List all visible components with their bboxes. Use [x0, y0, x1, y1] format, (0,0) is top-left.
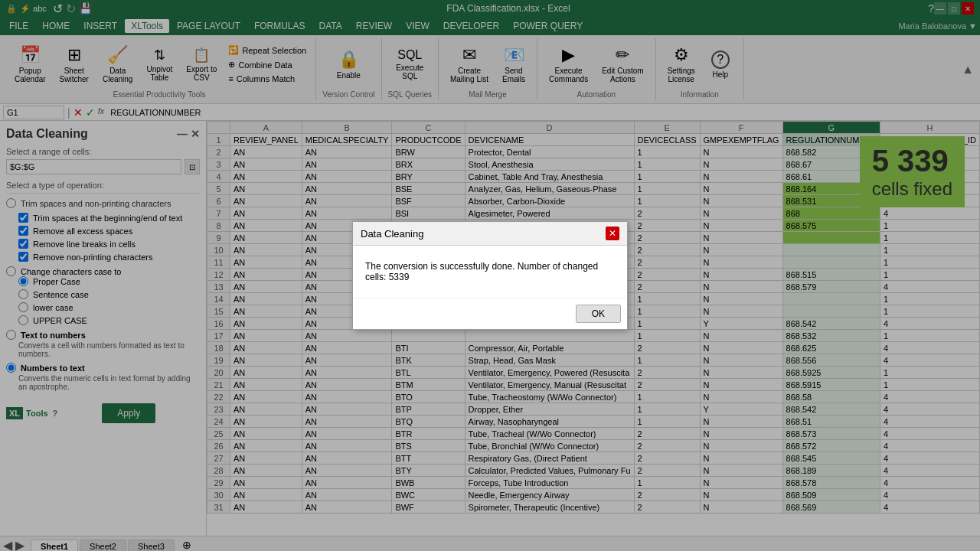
dialog-body: The conversion is successfully done. Num… — [353, 246, 627, 298]
dialog-title: Data Cleaning — [361, 228, 423, 240]
dialog-overlay[interactable]: Data Cleaning ✕ The conversion is succes… — [0, 0, 980, 551]
dialog-footer: OK — [353, 298, 627, 329]
dialog-close-btn[interactable]: ✕ — [606, 227, 619, 240]
dialog-title-bar: Data Cleaning ✕ — [353, 222, 627, 246]
dialog: Data Cleaning ✕ The conversion is succes… — [352, 221, 628, 330]
dialog-message: The conversion is successfully done. Num… — [365, 261, 615, 282]
dialog-ok-button[interactable]: OK — [576, 305, 621, 323]
